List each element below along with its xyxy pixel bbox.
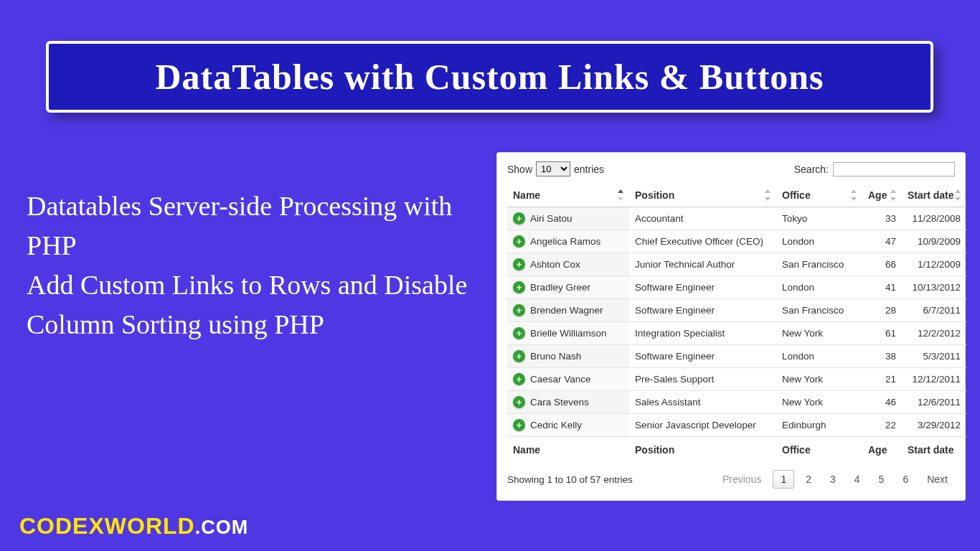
cell-name: +Ashton Cox [507,253,629,276]
table-head-row: NamePositionOfficeAgeStart date [507,184,966,207]
length-menu: Show 102550100 entries [507,161,604,176]
pagination: Previous123456Next [715,470,955,489]
expand-row-icon[interactable]: + [513,281,525,293]
cell-off: Tokyo [776,207,862,230]
logo-tld: .com [195,517,249,538]
cell-age: 28 [862,299,902,322]
page-1[interactable]: 1 [773,470,794,489]
cell-age: 61 [862,322,902,345]
page-4[interactable]: 4 [847,471,867,488]
cell-date: 10/9/2009 [902,230,966,253]
side-description: Datatables Server-side Processing with P… [27,187,468,344]
expand-row-icon[interactable]: + [513,212,525,225]
cell-date: 12/6/2011 [902,391,966,414]
cell-name: +Brielle Williamson [507,322,629,345]
cell-age: 22 [862,414,902,437]
expand-row-icon[interactable]: + [513,419,525,431]
table-row: +Airi SatouAccountantTokyo3311/28/2008 [507,207,966,230]
expand-row-icon[interactable]: + [513,258,525,270]
search-wrap: Search: [794,162,955,176]
table-footer-bar: Showing 1 to 10 of 57 entries Previous12… [507,470,955,489]
table-row: +Bruno NashSoftware EngineerLondon385/3/… [507,345,966,368]
page-2[interactable]: 2 [798,471,819,488]
table-row: +Cara StevensSales AssistantNew York4612… [507,391,966,414]
cell-pos: Pre-Sales Support [629,368,776,391]
cell-age: 66 [862,253,902,276]
logo: CodexWorld.com [19,513,248,540]
cell-age: 47 [862,230,902,253]
table-row: +Ashton CoxJunior Technical AuthorSan Fr… [507,253,966,276]
cell-date: 1/12/2009 [902,253,966,276]
table-row: +Cedric KellySenior Javascript Developer… [507,414,966,437]
column-header-pos[interactable]: Position [629,184,776,207]
page-5[interactable]: 5 [872,471,892,488]
column-footer-date: Start date [902,437,966,463]
page-next[interactable]: Next [920,471,955,488]
sort-icon [890,189,897,201]
expand-row-icon[interactable]: + [513,304,525,316]
cell-date: 3/29/2012 [902,414,966,437]
cell-age: 41 [862,276,902,299]
cell-name: +Cara Stevens [507,391,629,414]
cell-pos: Software Engineer [629,276,776,299]
column-footer-name: Name [507,437,629,463]
cell-pos: Integration Specialist [629,322,776,345]
column-footer-age: Age [862,437,902,463]
cell-age: 38 [862,345,902,368]
sort-icon [851,189,858,201]
cell-off: Edinburgh [776,414,862,437]
table-row: +Brenden WagnerSoftware EngineerSan Fran… [507,299,966,322]
cell-name: +Airi Satou [507,207,629,230]
page-prev[interactable]: Previous [715,471,768,488]
table-body: +Airi SatouAccountantTokyo3311/28/2008+A… [507,207,966,437]
logo-brand: CodexWorld [19,513,195,539]
cell-off: London [776,345,862,368]
cell-name: +Cedric Kelly [507,414,629,437]
cell-date: 12/12/2011 [902,368,966,391]
cell-age: 33 [862,207,902,230]
column-header-off[interactable]: Office [776,184,862,207]
cell-off: London [776,276,862,299]
sort-icon [765,189,772,201]
page-6[interactable]: 6 [895,471,915,488]
length-show-label: Show [507,164,532,175]
column-footer-pos: Position [629,437,776,463]
cell-date: 6/7/2011 [902,299,966,322]
cell-date: 12/2/2012 [902,322,966,345]
title-text: DataTables with Custom Links & Buttons [155,56,824,98]
cell-off: San Francisco [776,253,862,276]
expand-row-icon[interactable]: + [513,235,525,248]
table-row: +Bradley GreerSoftware EngineerLondon411… [507,276,966,299]
cell-off: New York [776,322,862,345]
cell-off: New York [776,391,862,414]
table-controls: Show 102550100 entries Search: [507,161,955,176]
expand-row-icon[interactable]: + [513,396,525,408]
expand-row-icon[interactable]: + [513,327,525,339]
cell-pos: Software Engineer [629,299,776,322]
cell-name: +Brenden Wagner [507,299,629,322]
entries-select[interactable]: 102550100 [536,161,570,176]
cell-pos: Junior Technical Author [629,253,776,276]
cell-off: San Francisco [776,299,862,322]
column-header-age[interactable]: Age [862,184,902,207]
table-row: +Caesar VancePre-Sales SupportNew York21… [507,368,966,391]
sort-icon [955,189,962,201]
column-footer-off: Office [776,437,862,463]
title-banner: DataTables with Custom Links & Buttons [46,41,933,113]
cell-name: +Caesar Vance [507,368,629,391]
page-3[interactable]: 3 [823,471,843,488]
column-header-name[interactable]: Name [507,184,629,207]
length-entries-label: entries [574,164,604,175]
column-header-date[interactable]: Start date [902,184,966,207]
cell-date: 11/28/2008 [902,207,966,230]
search-input[interactable] [833,162,955,176]
table-foot-row: NamePositionOfficeAgeStart date [507,437,966,463]
cell-pos: Software Engineer [629,345,776,368]
table-info: Showing 1 to 10 of 57 entries [507,474,633,485]
data-table: NamePositionOfficeAgeStart date +Airi Sa… [507,184,966,463]
table-row: +Brielle WilliamsonIntegration Specialis… [507,322,966,345]
cell-age: 21 [862,368,902,391]
expand-row-icon[interactable]: + [513,373,525,385]
expand-row-icon[interactable]: + [513,350,525,362]
cell-off: London [776,230,862,253]
